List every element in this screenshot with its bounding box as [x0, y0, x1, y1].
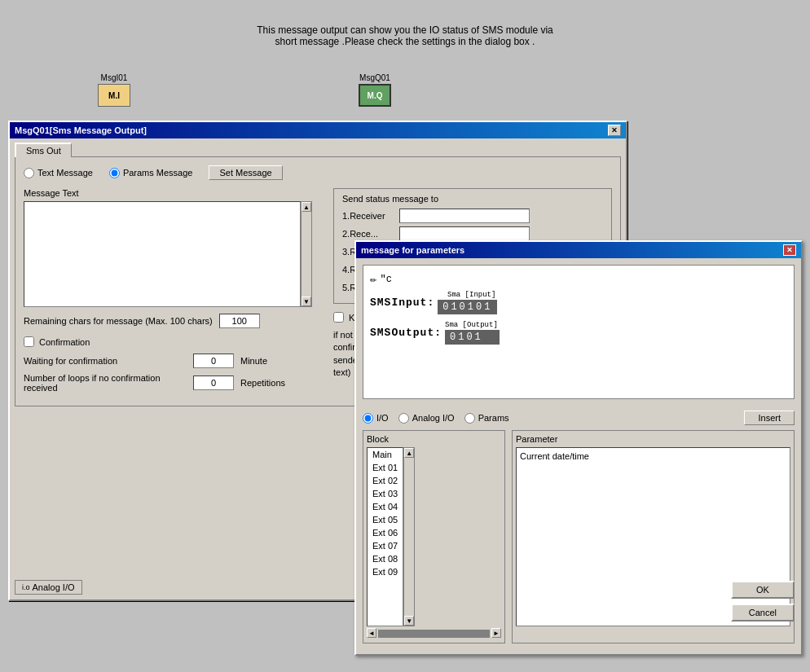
block-scroll-up[interactable]: ▲	[404, 448, 414, 458]
message-textarea[interactable]	[24, 201, 301, 307]
radio-io-item[interactable]: I/O	[363, 413, 389, 424]
params-dialog-title: message for parameters	[361, 245, 464, 255]
block-item-main[interactable]: Main	[368, 448, 403, 461]
sms-input-line: SMSInput: Sma [Input] 010101	[370, 291, 787, 314]
params-dialog-titlebar: message for parameters ✕	[356, 242, 801, 258]
left-column: Message Text ▲ ▼ Remaining chars for mes…	[24, 188, 317, 397]
confirmation-checkbox[interactable]	[24, 336, 34, 347]
radio-params-item[interactable]: Params	[464, 413, 509, 424]
waiting-label: Waiting for confirmation	[24, 356, 187, 366]
block-item-ext06[interactable]: Ext 06	[368, 526, 403, 539]
receiver-label-2: 2.Rece...	[342, 229, 399, 239]
message-text-label: Message Text	[24, 188, 317, 198]
block-list[interactable]: Main Ext 01 Ext 02 Ext 03 Ext 04 Ext 05 …	[367, 447, 403, 626]
sms-dialog-title: MsgQ01[Sms Message Output]	[15, 125, 147, 135]
tab-sms-out[interactable]: Sms Out	[15, 143, 72, 157]
radio-analog-input[interactable]	[398, 413, 409, 424]
radio-analog-label: Analog I/O	[412, 413, 455, 423]
sms-input-value: 010101	[438, 300, 497, 314]
bottom-tabs: i.o Analog I/O	[15, 580, 82, 595]
waiting-input[interactable]	[193, 354, 234, 368]
block-item-ext04[interactable]: Ext 04	[368, 500, 403, 513]
param-value: Current date/time	[520, 451, 786, 461]
confirmation-row[interactable]: Confirmation	[24, 336, 317, 347]
loops-label: Number of loops if no confirmation recei…	[24, 373, 187, 393]
node-msgq01: MsgQ01 M.Q	[359, 73, 391, 107]
ok-button[interactable]: OK	[731, 581, 795, 599]
preview-c: "c	[380, 274, 391, 285]
block-hscrollbar: ◄ ►	[367, 628, 501, 639]
sms-dialog-tabs: Sms Out	[10, 138, 626, 156]
msgi01-label: MsgI01	[98, 73, 130, 82]
remaining-input[interactable]	[219, 314, 260, 328]
message-scrollbar[interactable]: ▲ ▼	[301, 201, 312, 307]
radio-params-message[interactable]: Params Message	[109, 168, 193, 178]
scroll-down-btn[interactable]: ▼	[302, 296, 311, 306]
params-dialog: message for parameters ✕ ✏ "c SMSInput: …	[354, 240, 803, 656]
block-item-ext02[interactable]: Ext 02	[368, 474, 403, 487]
radio-params-input[interactable]	[109, 168, 120, 178]
radio-io-input[interactable]	[363, 413, 373, 424]
sms-output-value: 0101	[445, 330, 500, 345]
cancel-button[interactable]: Cancel	[731, 604, 795, 621]
sms-output-block: Sma [Output] 0101	[445, 321, 500, 345]
remaining-row: Remaining chars for message (Max. 100 ch…	[24, 314, 317, 328]
repetitions-label: Repetitions	[240, 378, 285, 388]
set-message-button[interactable]: Set Message	[209, 165, 282, 180]
radio-group: Text Message Params Message Set Message	[24, 165, 612, 180]
loops-row: Number of loops if no confirmation recei…	[24, 373, 317, 393]
confirmation-label: Confirmation	[39, 337, 90, 347]
background-description: This message output can show you the IO …	[201, 24, 609, 47]
block-list-container: Main Ext 01 Ext 02 Ext 03 Ext 04 Ext 05 …	[367, 447, 501, 626]
radio-params-input[interactable]	[464, 413, 475, 424]
radio-params-label: Params	[478, 413, 509, 423]
block-scroll-down[interactable]: ▼	[404, 616, 414, 626]
radio-params-label: Params Message	[123, 168, 193, 178]
receiver-input-2[interactable]	[399, 226, 530, 241]
receiver-label-1: 1.Receiver	[342, 211, 399, 221]
param-panel-title: Parameter	[516, 434, 790, 444]
preview-toolbar: ✏ "c	[370, 272, 787, 286]
radio-io-label: I/O	[376, 413, 389, 423]
sms-dialog-close-btn[interactable]: ✕	[608, 125, 621, 136]
receiver-row-2: 2.Rece...	[342, 226, 603, 241]
bottom-tab-analog-io[interactable]: i.o Analog I/O	[15, 580, 82, 595]
send-status-legend: Send status message to	[342, 194, 603, 204]
sms-output-header: Sma [Output]	[445, 321, 498, 329]
radio-text-label: Text Message	[37, 168, 93, 178]
sms-dialog-titlebar: MsgQ01[Sms Message Output] ✕	[10, 122, 626, 138]
block-hscroll-right[interactable]: ►	[491, 628, 501, 638]
block-panel: Block Main Ext 01 Ext 02 Ext 03 Ext 04 E…	[363, 430, 505, 643]
minute-label: Minute	[240, 356, 267, 366]
block-item-ext09[interactable]: Ext 09	[368, 565, 403, 578]
block-item-ext07[interactable]: Ext 07	[368, 539, 403, 552]
scroll-up-btn[interactable]: ▲	[302, 202, 311, 212]
message-preview: ✏ "c SMSInput: Sma [Input] 010101 SMSOut…	[363, 265, 795, 399]
receiver-input-1[interactable]	[399, 209, 530, 223]
waiting-row: Waiting for confirmation Minute	[24, 354, 317, 368]
receiver-row-1: 1.Receiver	[342, 209, 603, 223]
sms-output-key: SMSOutput:	[370, 327, 442, 339]
sms-output-line: SMSOutput: Sma [Output] 0101	[370, 321, 787, 345]
insert-button[interactable]: Insert	[744, 411, 795, 425]
radio-text-message[interactable]: Text Message	[24, 168, 93, 178]
block-item-ext01[interactable]: Ext 01	[368, 461, 403, 474]
block-item-ext08[interactable]: Ext 08	[368, 552, 403, 565]
sms-input-header: Sma [Input]	[438, 291, 495, 299]
radio-text-input[interactable]	[24, 168, 34, 178]
node-msgi01: MsgI01 M.I	[98, 73, 130, 107]
loops-input[interactable]	[193, 376, 234, 390]
block-hscroll-left[interactable]: ◄	[367, 628, 376, 638]
params-dialog-close-btn[interactable]: ✕	[783, 244, 796, 256]
block-scrollbar[interactable]: ▲ ▼	[403, 447, 415, 626]
sms-input-key: SMSInput:	[370, 296, 434, 309]
io-radio-row: I/O Analog I/O Params Insert	[356, 406, 801, 430]
block-item-ext03[interactable]: Ext 03	[368, 487, 403, 500]
block-panel-title: Block	[367, 434, 501, 444]
ok-cancel-row: OK Cancel	[731, 581, 795, 621]
block-item-ext05[interactable]: Ext 05	[368, 513, 403, 526]
bottom-tab-label: Analog I/O	[33, 582, 75, 592]
remaining-label: Remaining chars for message (Max. 100 ch…	[24, 316, 213, 326]
keyword-checkbox[interactable]	[333, 312, 344, 323]
radio-analog-item[interactable]: Analog I/O	[398, 413, 455, 424]
